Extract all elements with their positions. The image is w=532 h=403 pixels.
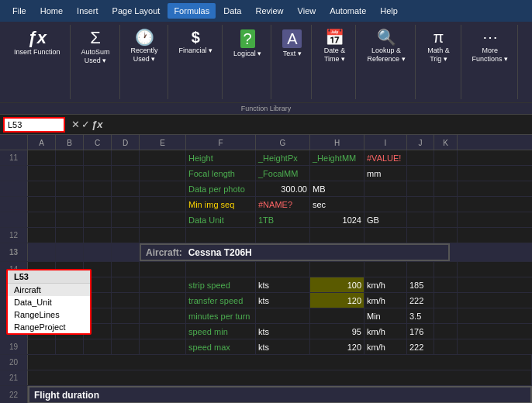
cell-K11c[interactable] xyxy=(434,181,458,196)
cell-H11d[interactable]: sec xyxy=(310,197,364,212)
confirm-icon[interactable]: ✓ xyxy=(81,119,90,130)
cell-A12[interactable] xyxy=(28,228,56,243)
cell-D11c[interactable] xyxy=(112,181,140,196)
cell-J18[interactable]: 176 xyxy=(407,324,434,339)
cell-J15[interactable]: 185 xyxy=(407,277,434,292)
cell-E11c[interactable] xyxy=(140,181,186,196)
cell-K11d[interactable] xyxy=(434,197,458,212)
cell-G11d[interactable]: #NAME? xyxy=(256,197,310,212)
cell-I11e[interactable]: GB xyxy=(364,212,407,227)
cell-F18[interactable]: speed min xyxy=(186,324,256,339)
cell-E19[interactable] xyxy=(140,339,186,354)
cell-C11b[interactable] xyxy=(84,166,112,181)
cell-J16[interactable]: 222 xyxy=(407,293,434,308)
cell-A13[interactable] xyxy=(28,243,56,261)
cell-K12[interactable] xyxy=(434,228,458,243)
cell-I11[interactable]: #VALUE! xyxy=(364,150,407,165)
cell-D12[interactable] xyxy=(112,228,140,243)
name-manager-button[interactable]: 🏷 NameManager xyxy=(529,26,532,67)
cell-F11[interactable]: Height xyxy=(186,150,256,165)
cell-H15[interactable]: 100 xyxy=(310,277,364,292)
cell-E12[interactable] xyxy=(140,228,186,243)
autocomplete-item-dataunit[interactable]: Data_Unit xyxy=(8,296,90,308)
cell-H14[interactable] xyxy=(310,262,364,277)
cell-D11e[interactable] xyxy=(112,212,140,227)
cell-C19[interactable] xyxy=(84,339,112,354)
cell-F11e[interactable]: Data Unit xyxy=(186,212,256,227)
cell-F19[interactable]: speed max xyxy=(186,339,256,354)
cell-I18[interactable]: km/h xyxy=(364,324,407,339)
cell-C11[interactable] xyxy=(84,150,112,165)
cell-H11e[interactable]: 1024 xyxy=(310,212,364,227)
cell-J11e[interactable] xyxy=(407,212,434,227)
cell-D11b[interactable] xyxy=(112,166,140,181)
insert-function-button[interactable]: ƒx Insert Function xyxy=(9,26,65,60)
cell-A11c[interactable] xyxy=(28,181,56,196)
cell-E11d[interactable] xyxy=(140,197,186,212)
cancel-icon[interactable]: ✕ xyxy=(71,119,80,130)
cell-D14[interactable] xyxy=(112,262,140,277)
text-button[interactable]: A Text ▾ xyxy=(278,26,306,61)
cell-G17[interactable] xyxy=(256,308,310,323)
cell-B11[interactable] xyxy=(56,150,84,165)
cell-F12[interactable] xyxy=(186,228,256,243)
cell-20-empty[interactable] xyxy=(28,355,532,370)
autocomplete-item-rangeproject[interactable]: RangeProject xyxy=(8,321,90,333)
menu-pagelayout[interactable]: Page Layout xyxy=(106,3,167,19)
cell-J17[interactable]: 3.5 xyxy=(407,308,434,323)
cell-D11[interactable] xyxy=(112,150,140,165)
cell-D18[interactable] xyxy=(112,324,140,339)
cell-J12[interactable] xyxy=(407,228,434,243)
cell-reference-box[interactable]: L53 xyxy=(3,117,65,133)
cell-B11d[interactable] xyxy=(56,197,84,212)
cell-D19[interactable] xyxy=(112,339,140,354)
cell-G11[interactable]: _HeightPx xyxy=(256,150,310,165)
cell-H19[interactable]: 120 xyxy=(310,339,364,354)
cell-I12[interactable] xyxy=(364,228,407,243)
cell-G11c[interactable]: 300.00 xyxy=(256,181,310,196)
cell-G16[interactable]: kts xyxy=(256,293,310,308)
cell-K11b[interactable] xyxy=(434,166,458,181)
autocomplete-item-aircraft[interactable]: Aircraft xyxy=(8,284,90,296)
cell-A11d[interactable] xyxy=(28,197,56,212)
cell-G19[interactable]: kts xyxy=(256,339,310,354)
cell-E11[interactable] xyxy=(140,150,186,165)
menu-automate[interactable]: Automate xyxy=(323,3,372,19)
cell-E15[interactable] xyxy=(140,277,186,292)
menu-view[interactable]: View xyxy=(292,3,323,19)
cell-C13[interactable] xyxy=(84,243,112,261)
cell-B12[interactable] xyxy=(56,228,84,243)
cell-C12[interactable] xyxy=(84,228,112,243)
cell-21-empty[interactable] xyxy=(28,370,532,385)
cell-I11b[interactable]: mm xyxy=(364,166,407,181)
cell-K15[interactable] xyxy=(434,277,458,292)
cell-B11e[interactable] xyxy=(56,212,84,227)
cell-B11c[interactable] xyxy=(56,181,84,196)
cell-E11e[interactable] xyxy=(140,212,186,227)
cell-F17[interactable]: minutes per turn xyxy=(186,308,256,323)
cell-D16[interactable] xyxy=(112,293,140,308)
cell-I11d[interactable] xyxy=(364,197,407,212)
recently-used-button[interactable]: 🕐 RecentlyUsed ▾ xyxy=(126,26,163,67)
cell-F11d[interactable]: Min img seq xyxy=(186,197,256,212)
cell-K19[interactable] xyxy=(434,339,458,354)
cell-G11e[interactable]: 1TB xyxy=(256,212,310,227)
cell-H18[interactable]: 95 xyxy=(310,324,364,339)
cell-D17[interactable] xyxy=(112,308,140,323)
cell-A11[interactable] xyxy=(28,150,56,165)
menu-formulas[interactable]: Formulas xyxy=(168,3,216,19)
cell-C11c[interactable] xyxy=(84,181,112,196)
cell-E18[interactable] xyxy=(140,324,186,339)
math-trig-button[interactable]: π Math &Trig ▾ xyxy=(422,26,456,67)
cell-H12[interactable] xyxy=(310,228,364,243)
cell-K18[interactable] xyxy=(434,324,458,339)
cell-J11[interactable] xyxy=(407,150,434,165)
cell-J14[interactable] xyxy=(407,262,434,277)
cell-I16[interactable]: km/h xyxy=(364,293,407,308)
cell-E16[interactable] xyxy=(140,293,186,308)
autocomplete-item-rangelines[interactable]: RangeLines xyxy=(8,308,90,321)
menu-home[interactable]: Home xyxy=(34,3,69,19)
logical-button[interactable]: ? Logical ▾ xyxy=(229,26,266,61)
cell-G18[interactable]: kts xyxy=(256,324,310,339)
cell-B19[interactable] xyxy=(56,339,84,354)
